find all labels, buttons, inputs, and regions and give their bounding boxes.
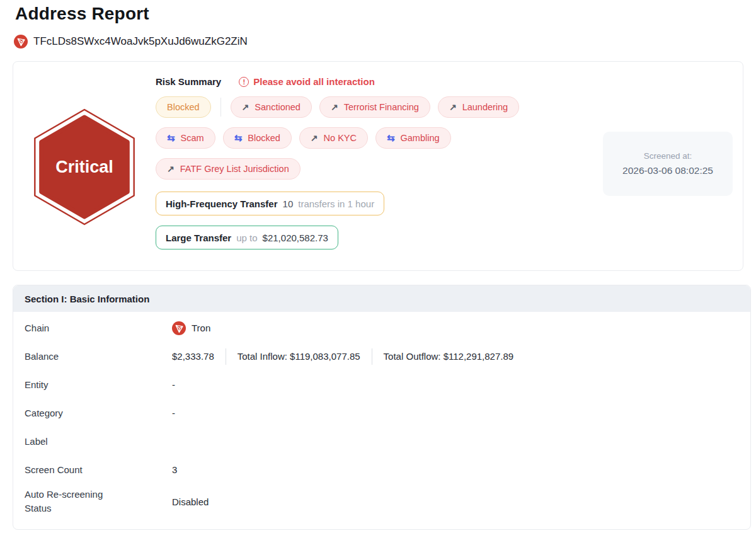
basic-information-card: Section I: Basic Information Chain Tron …: [13, 285, 751, 530]
severity-label: Critical: [55, 158, 113, 176]
row-label: Entity: [25, 378, 172, 392]
balance-amount: $2,333.78: [172, 351, 214, 362]
row-label: Chain: [25, 321, 172, 335]
risk-tag-laundering[interactable]: ↗ Laundering: [438, 96, 519, 118]
chain-value: Tron: [192, 323, 210, 333]
high-frequency-label: High-Frequency Transfer: [166, 198, 278, 209]
swap-icon: ⇆: [387, 132, 395, 144]
risk-summary-card: Critical Risk Summary ! Please avoid all…: [13, 61, 743, 271]
tag-label: Gambling: [401, 133, 440, 143]
screened-at-panel: Screened at: 2026-03-06 08:02:25: [603, 132, 733, 196]
arrow-up-right-icon: ↗: [331, 102, 338, 112]
risk-tag-blocked-primary[interactable]: Blocked: [156, 96, 211, 118]
risk-tag-gambling[interactable]: ⇆ Gambling: [375, 127, 451, 149]
critical-hexagon-badge: Critical: [33, 108, 136, 226]
tag-label: FATF Grey List Jurisdiction: [180, 164, 289, 174]
swap-icon: ⇆: [167, 132, 175, 144]
category-value: -: [172, 408, 175, 418]
tag-label: Sanctioned: [255, 102, 301, 112]
screened-at-label: Screened at:: [644, 151, 692, 161]
risk-tag-terrorist-financing[interactable]: ↗ Terrorist Financing: [319, 96, 430, 118]
large-transfer-amount: $21,020,582.73: [263, 232, 328, 243]
tag-label: Terrorist Financing: [344, 102, 419, 112]
table-row-entity: Entity -: [25, 370, 739, 399]
table-row-screen-count: Screen Count 3: [25, 456, 739, 484]
row-label: Label: [25, 435, 172, 449]
basic-information-table: Chain Tron Balance $2,333.78 Total Inflo…: [13, 312, 750, 519]
arrow-up-right-icon: ↗: [167, 164, 175, 174]
info-icon: !: [239, 77, 249, 87]
risk-tag-blocked[interactable]: ⇆ Blocked: [223, 127, 292, 149]
risk-tag-no-kyc[interactable]: ↗ No KYC: [299, 127, 368, 149]
high-frequency-transfer-box: High-Frequency Transfer 10 transfers in …: [156, 192, 384, 215]
risk-warning: ! Please avoid all interaction: [239, 76, 375, 87]
tag-divider: [220, 98, 221, 117]
large-transfer-prefix: up to: [236, 232, 257, 243]
address-row: TFcLDs8SWxc4WoaJvk5pXuJd6wuZkG2ZiN: [14, 35, 248, 49]
tron-icon: [172, 321, 186, 335]
risk-tag-fatf-grey-list[interactable]: ↗ FATF Grey List Jurisdiction: [156, 158, 301, 180]
screened-at-value: 2026-03-06 08:02:25: [622, 165, 713, 176]
high-frequency-suffix: transfers in 1 hour: [298, 198, 374, 209]
address-text: TFcLDs8SWxc4WoaJvk5pXuJd6wuZkG2ZiN: [33, 35, 248, 48]
value-divider: [372, 348, 372, 365]
row-label: Balance: [25, 350, 172, 364]
risk-tag-row-1: Blocked ↗ Sanctioned ↗ Terrorist Financi…: [156, 96, 743, 118]
total-outflow: Total Outflow: $112,291,827.89: [384, 351, 514, 362]
page-title: Address Report: [15, 4, 149, 24]
row-label: Screen Count: [25, 463, 172, 477]
tag-label: Blocked: [167, 102, 200, 112]
section-heading: Section I: Basic Information: [13, 285, 750, 312]
risk-tag-sanctioned[interactable]: ↗ Sanctioned: [231, 96, 312, 118]
risk-warning-text: Please avoid all interaction: [253, 76, 375, 87]
screen-count-value: 3: [172, 464, 177, 475]
tag-label: Laundering: [462, 102, 508, 112]
tag-label: Blocked: [248, 133, 280, 143]
tag-label: No KYC: [324, 133, 357, 143]
risk-badge-column: Critical: [13, 62, 156, 270]
high-frequency-count: 10: [283, 198, 294, 209]
risk-summary-heading: Risk Summary: [156, 76, 221, 87]
risk-tag-scam[interactable]: ⇆ Scam: [156, 127, 215, 149]
table-row-chain: Chain Tron: [25, 314, 739, 342]
tag-label: Scam: [181, 133, 204, 143]
table-row-label: Label: [25, 427, 739, 456]
large-transfer-label: Large Transfer: [166, 232, 231, 243]
arrow-up-right-icon: ↗: [449, 102, 457, 112]
total-inflow: Total Inflow: $119,083,077.85: [238, 351, 360, 362]
row-label: Category: [25, 406, 172, 420]
swap-icon: ⇆: [234, 132, 243, 144]
value-divider: [226, 348, 226, 365]
arrow-up-right-icon: ↗: [242, 102, 249, 112]
tron-icon: [14, 35, 28, 49]
arrow-up-right-icon: ↗: [311, 133, 318, 143]
entity-value: -: [172, 379, 175, 390]
table-row-category: Category -: [25, 399, 739, 427]
table-row-balance: Balance $2,333.78 Total Inflow: $119,083…: [25, 342, 739, 370]
auto-rescreening-value: Disabled: [172, 496, 209, 507]
row-label: Auto Re-screening Status: [25, 488, 124, 515]
large-transfer-box: Large Transfer up to $21,020,582.73: [156, 226, 338, 249]
table-row-auto-rescreening: Auto Re-screening Status Disabled: [25, 484, 739, 519]
